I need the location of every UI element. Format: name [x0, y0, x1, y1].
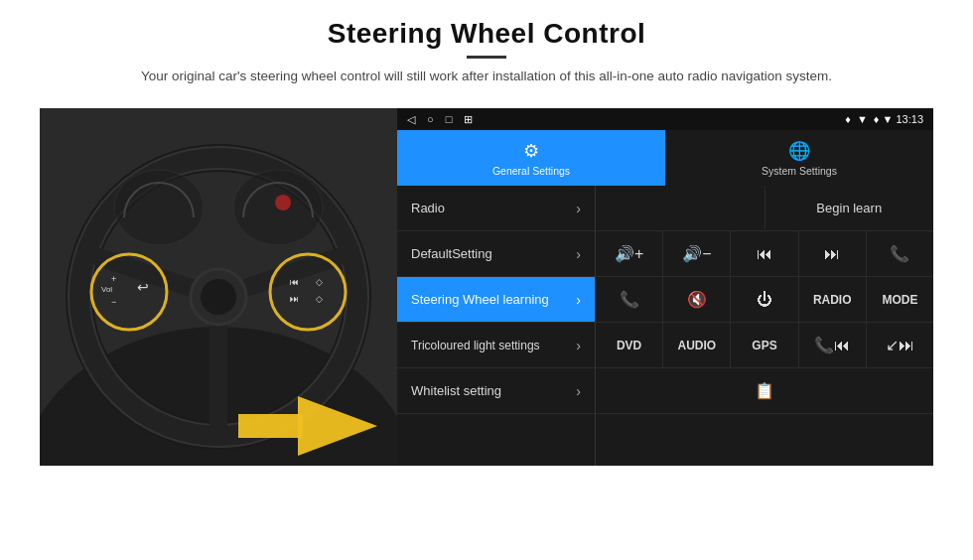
- svg-point-22: [114, 170, 204, 245]
- radio-button[interactable]: RADIO: [799, 277, 867, 322]
- wifi-icon: ▼: [857, 113, 868, 125]
- controls-row-1: 🔊+ 🔊− ⏮ ⏭ 📞: [596, 231, 933, 277]
- controls-grid: 🔊+ 🔊− ⏮ ⏭ 📞: [596, 231, 933, 414]
- title-section: Steering Wheel Control Your original car…: [141, 18, 832, 100]
- svg-text:−: −: [111, 297, 116, 307]
- svg-rect-21: [238, 414, 303, 438]
- dvd-button[interactable]: DVD: [596, 323, 663, 367]
- skip-next-icon: ↙⏭: [886, 336, 914, 354]
- menu-item-steering-wheel[interactable]: Steering Wheel learning ›: [397, 277, 595, 323]
- left-menu: Radio › DefaultSetting › Steering Wheel …: [397, 186, 596, 466]
- radio-label: RADIO: [813, 293, 852, 307]
- screenshot-nav-icon[interactable]: ⊞: [464, 113, 473, 126]
- empty-input-box: [596, 186, 765, 230]
- android-panel: ◁ ○ □ ⊞ ♦ ▼ ♦ ▼ 13:13 ⚙ General Settings: [397, 108, 933, 466]
- audio-button[interactable]: AUDIO: [663, 323, 731, 367]
- controls-row-3: DVD AUDIO GPS 📞⏮: [596, 323, 933, 368]
- menu-item-tricoloured[interactable]: Tricoloured light settings ›: [397, 323, 595, 368]
- page-title: Steering Wheel Control: [141, 18, 832, 50]
- phone-prev-icon: 📞⏮: [814, 336, 850, 354]
- nav-icons: ◁ ○ □ ⊞: [407, 113, 473, 126]
- power-icon: ⏻: [757, 291, 772, 309]
- power-button[interactable]: ⏻: [731, 277, 798, 322]
- chevron-default-icon: ›: [576, 246, 581, 262]
- list-button[interactable]: 📋: [596, 368, 933, 413]
- back-nav-icon[interactable]: ◁: [407, 113, 415, 126]
- recents-nav-icon[interactable]: □: [446, 113, 453, 125]
- svg-text:◇: ◇: [316, 277, 323, 287]
- mode-label: MODE: [882, 293, 917, 307]
- content-area: + Vol − ↩ ⏮ ◇ ⏭ ◇: [40, 108, 933, 466]
- tab-general-label: General Settings: [492, 165, 570, 177]
- phone-prev-button[interactable]: 📞⏮: [799, 323, 867, 367]
- svg-text:◇: ◇: [316, 294, 323, 304]
- tab-bar: ⚙ General Settings 🌐 System Settings: [397, 130, 933, 186]
- svg-text:⏮: ⏮: [290, 277, 299, 287]
- gps-label: GPS: [752, 339, 776, 352]
- dvd-label: DVD: [617, 339, 641, 352]
- svg-text:+: +: [111, 274, 116, 284]
- steering-wheel-image: + Vol − ↩ ⏮ ◇ ⏭ ◇: [40, 108, 397, 466]
- answer-icon: 📞: [620, 290, 639, 309]
- signal-icon: ♦: [845, 113, 851, 125]
- chevron-steering-icon: ›: [576, 292, 581, 308]
- audio-label: AUDIO: [677, 339, 716, 352]
- mute-button[interactable]: 🔇: [663, 277, 731, 322]
- gps-button[interactable]: GPS: [731, 323, 798, 367]
- phone-button[interactable]: 📞: [867, 231, 933, 276]
- svg-text:Vol: Vol: [101, 285, 112, 294]
- svg-point-24: [275, 195, 291, 210]
- begin-learn-button[interactable]: Begin learn: [765, 186, 934, 230]
- tab-system-label: System Settings: [762, 165, 837, 177]
- chevron-radio-icon: ›: [576, 201, 581, 216]
- menu-item-default-setting[interactable]: DefaultSetting ›: [397, 231, 595, 277]
- controls-row-2: 📞 🔇 ⏻ RADIO MO: [596, 277, 933, 323]
- next-track-button[interactable]: ⏭: [799, 231, 867, 276]
- vol-up-icon: 🔊+: [615, 244, 643, 263]
- tab-general-settings[interactable]: ⚙ General Settings: [397, 130, 665, 186]
- vol-down-button[interactable]: 🔊−: [663, 231, 731, 276]
- clock: ♦ ▼ 13:13: [874, 113, 923, 125]
- home-nav-icon[interactable]: ○: [427, 113, 434, 125]
- svg-point-9: [201, 279, 236, 315]
- tab-system-settings[interactable]: 🌐 System Settings: [665, 130, 933, 186]
- system-settings-icon: 🌐: [788, 140, 810, 162]
- svg-text:⏭: ⏭: [290, 294, 299, 304]
- prev-track-button[interactable]: ⏮: [731, 231, 798, 276]
- status-bar: ◁ ○ □ ⊞ ♦ ▼ ♦ ▼ 13:13: [397, 108, 933, 130]
- chevron-tricoloured-icon: ›: [576, 338, 581, 353]
- vol-up-button[interactable]: 🔊+: [596, 231, 663, 276]
- phone-icon: 📞: [890, 244, 909, 263]
- menu-item-whitelist[interactable]: Whitelist setting ›: [397, 368, 595, 414]
- controls-row-4: 📋: [596, 368, 933, 414]
- right-controls-panel: Begin learn 🔊+ 🔊−: [596, 186, 933, 466]
- title-divider: [467, 56, 506, 59]
- prev-track-icon: ⏮: [757, 245, 772, 263]
- controls-top-row: Begin learn: [596, 186, 933, 231]
- vol-down-icon: 🔊−: [682, 244, 711, 263]
- panel-body: Radio › DefaultSetting › Steering Wheel …: [397, 186, 933, 466]
- status-right: ♦ ▼ ♦ ▼ 13:13: [845, 113, 923, 125]
- svg-text:↩: ↩: [137, 279, 149, 295]
- skip-next-button[interactable]: ↙⏭: [867, 323, 933, 367]
- list-icon: 📋: [755, 381, 774, 400]
- mode-button[interactable]: MODE: [867, 277, 933, 322]
- mute-icon: 🔇: [687, 290, 707, 309]
- answer-button[interactable]: 📞: [596, 277, 663, 322]
- menu-item-radio[interactable]: Radio ›: [397, 186, 595, 231]
- chevron-whitelist-icon: ›: [576, 383, 581, 399]
- general-settings-icon: ⚙: [523, 140, 539, 162]
- page-wrapper: Steering Wheel Control Your original car…: [0, 0, 973, 560]
- subtitle: Your original car's steering wheel contr…: [141, 67, 832, 86]
- next-track-icon: ⏭: [824, 245, 840, 263]
